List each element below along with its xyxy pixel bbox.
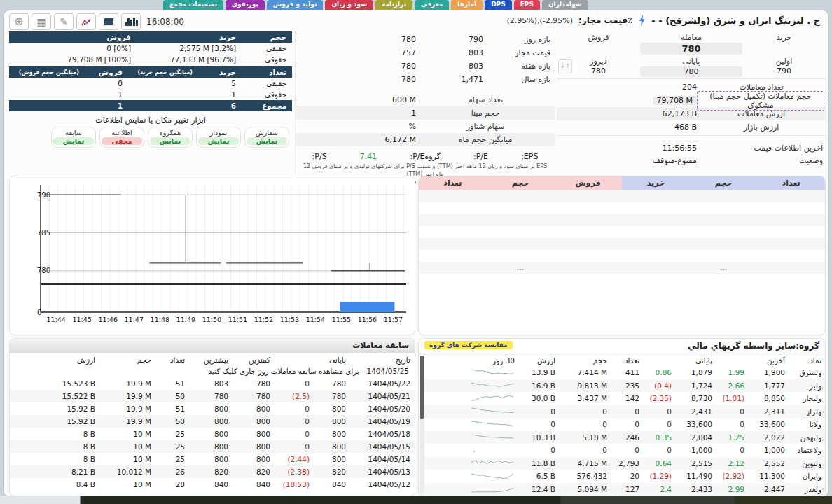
svg-text:11:54: 11:54 — [306, 316, 325, 323]
svg-text:11:52: 11:52 — [254, 316, 273, 323]
history-header-cell: کمترین — [233, 356, 275, 364]
compare-group-button[interactable]: مقایسه شرکت های گروه — [424, 341, 513, 349]
svg-text:11:45: 11:45 — [73, 316, 92, 323]
group-scrollbar[interactable] — [420, 356, 424, 493]
group-header-cell: آخرین — [748, 356, 789, 365]
tab-تصمیمات مجمع[interactable]: تصمیمات مجمع — [163, 0, 223, 10]
history-row[interactable]: 1404/05/2278007808035119.9 M15.523 B — [10, 377, 415, 390]
group-row[interactable]: ولانا33,600033,6000000 — [419, 418, 825, 431]
history-row[interactable]: 1404/05/14800(2.44)8008002510 M8 B — [10, 453, 415, 465]
stat-row: 600 Mتعداد سهام — [296, 93, 555, 106]
order-book-body: ...... — [419, 190, 825, 286]
sort-icon[interactable]: ↑↓ — [558, 59, 572, 74]
tab-تولید و فروش[interactable]: تولید و فروش — [267, 0, 324, 10]
group-row[interactable]: ولیز1,7772.661,724(0.4)2359.813 M16.9 B — [419, 379, 825, 393]
group-header-cell: تعداد — [611, 356, 643, 365]
volume-header-cell: حجم — [242, 31, 292, 43]
list-view-icon[interactable] — [99, 13, 118, 30]
trade-history-notice[interactable]: 1404/05/25 - برای مشاهده سابقه معاملات ر… — [10, 365, 415, 377]
group-header-cell: ارزش — [518, 356, 559, 365]
sparkline-30d — [419, 457, 518, 469]
note-edit-icon[interactable]: ✎ — [54, 13, 74, 30]
history-row[interactable]: 1404/05/12840(18.53)8408402810 M8.4 B — [10, 478, 415, 491]
sparkline-30d — [419, 367, 518, 379]
last-info-time: 11:56:55 — [557, 144, 697, 153]
quote-info-label: ارزش بازار — [697, 122, 826, 132]
trade-history-body: 1404/05/2278007808035119.9 M15.523 B1404… — [10, 377, 415, 491]
group-title-row: گروه:ساير واسطه گريهاي مالي مقایسه شرکت … — [419, 339, 825, 355]
order-book-row: ...... — [419, 262, 825, 274]
group-table-body: ولشرق1,9001.991,8790.864117.414 M13.9 Bو… — [419, 366, 825, 496]
tab-ترازنامه[interactable]: ترازنامه — [375, 0, 412, 10]
app-window: ⊕ ▦ ✎ 16:08:00 ح . لیزینگ ایران و شرق (و… — [3, 10, 829, 497]
close-label: پایانی — [640, 55, 742, 66]
group-row[interactable]: ولشرق1,9001.991,8790.864117.414 M13.9 B — [419, 366, 825, 379]
calculator-icon[interactable]: ▦ — [32, 13, 51, 30]
toolbar: ⊕ ▦ ✎ 16:08:00 — [9, 13, 184, 30]
toggle-همگروه[interactable]: همگروهنمایش — [148, 127, 193, 148]
history-row[interactable]: 1404/05/1880008008002510 M8 B — [10, 428, 415, 440]
toggle-سفارش[interactable]: سفارشنمایش — [244, 127, 289, 148]
count-row: حقیقی50 — [9, 78, 292, 89]
volumes-panel: حجمخریدفروش حقیقی2,575 M [3.2%]0 [0%]حقو… — [9, 31, 292, 174]
range-rows: 780790بازه روز757803قیمت مجاز780803بازه … — [296, 31, 555, 86]
group-symbol: ولیز — [789, 382, 825, 390]
status-label: وضعیت — [697, 156, 826, 165]
svg-text:11:49: 11:49 — [176, 316, 195, 323]
toggle-نمودار[interactable]: نمودارنمایش — [196, 127, 241, 148]
range-label: بازه هفته — [483, 62, 555, 71]
svg-text:11:46: 11:46 — [99, 316, 118, 323]
quote-grid: خرید معامله فروش 780 اولین پایانی دیروز … — [557, 31, 826, 77]
bar-chart-icon[interactable] — [121, 13, 141, 30]
stat-label: حجم مبنا — [416, 108, 555, 118]
tab-سهامداران[interactable]: سهامداران — [542, 0, 588, 10]
svg-text:0: 0 — [37, 309, 41, 316]
group-symbol: ولانا — [789, 420, 825, 428]
history-row[interactable]: 1404/05/13820(2.38)8208202610.012 M8.21 … — [10, 465, 415, 478]
order-book-sell-header: تعداد — [419, 176, 487, 190]
count-table-header: تعدادخرید(میانگین حجم خرید)فروش(میانگین … — [9, 66, 292, 78]
group-row[interactable]: ولاعتماد1,00001,0000000 — [419, 444, 825, 457]
group-symbol: ولنوین — [789, 459, 825, 468]
group-row[interactable]: ولراز2,31102,4310000 — [419, 405, 825, 419]
technical-chart-icon[interactable] — [76, 13, 96, 30]
history-header-cell: بیشترین — [189, 356, 233, 364]
group-row[interactable]: ولپهمن2,0221.252,0040.352465.18 M10.3 B — [419, 431, 825, 444]
volume-header-cell: خرید — [137, 31, 242, 43]
group-header-cell: حجم — [559, 356, 611, 365]
svg-text:11:44: 11:44 — [47, 316, 66, 323]
tab-EPS[interactable]: EPS — [514, 0, 540, 10]
svg-text:11:55: 11:55 — [332, 316, 351, 323]
toggle-سابقه[interactable]: سابقهنمایش — [51, 127, 96, 148]
move-icon[interactable]: ⊕ — [9, 13, 29, 30]
group-scrollbar-thumb[interactable] — [420, 356, 424, 419]
stat-row: 6,172 Mمیانگین حجم ماه — [296, 133, 555, 146]
tab-DPS[interactable]: DPS — [485, 0, 512, 10]
display-toggles: سفارشنمایشنمودارنمایشهمگروهنمایشاطلاعیهم… — [9, 127, 292, 148]
history-row[interactable]: 1404/05/21780(2.5)7807805019.9 M15.522 B — [10, 390, 415, 402]
stat-label: میانگین حجم ماه — [416, 135, 555, 144]
group-row[interactable]: ولنوین2,5522.122,5150.642,7934.715 M11.8… — [419, 457, 825, 470]
tab-سود و زیان[interactable]: سود و زیان — [325, 0, 373, 10]
toggle-state: نمایش — [247, 137, 287, 145]
group-row[interactable]: ولغدر2.4472.992.4332.41275.094 M12.4 B — [419, 483, 825, 496]
tab-پورتفوی[interactable]: پورتفوی — [226, 0, 265, 10]
tab-آمارها[interactable]: آمارها — [451, 0, 483, 10]
stock-title: ح . لیزینگ ایران و شرق (ولشرقح) - - — [651, 15, 820, 26]
sparkline-30d — [419, 444, 518, 456]
svg-text:785: 785 — [37, 229, 50, 237]
group-row[interactable]: ولتجار8,850(1.01)8,730(2.35)1423.437 M30… — [419, 392, 825, 405]
history-row[interactable]: 1404/05/1980008008005019.9 M15.92 B — [10, 415, 415, 428]
order-book-row — [419, 202, 825, 214]
history-row[interactable]: 1404/05/2080008008005119.9 M15.92 B — [10, 402, 415, 415]
group-row[interactable]: وایران11,300(2.92)11,490(1.29)20576,4326… — [419, 470, 825, 483]
toggle-اطلاعیه[interactable]: اطلاعیهمخفی — [99, 127, 144, 148]
tab-معرفی[interactable]: معرفی — [415, 0, 449, 10]
group-table-header: نمادآخرینپایانیتعدادحجمارزش30 روز — [419, 355, 825, 366]
svg-text:11:53: 11:53 — [280, 316, 299, 323]
sparkline-30d — [419, 393, 518, 405]
group-symbol: ولراز — [789, 407, 825, 416]
pe-label: P/E: — [473, 152, 488, 161]
sell-label: فروش — [557, 31, 640, 42]
history-row[interactable]: 1404/05/1580008008002510 M8 B — [10, 440, 415, 453]
